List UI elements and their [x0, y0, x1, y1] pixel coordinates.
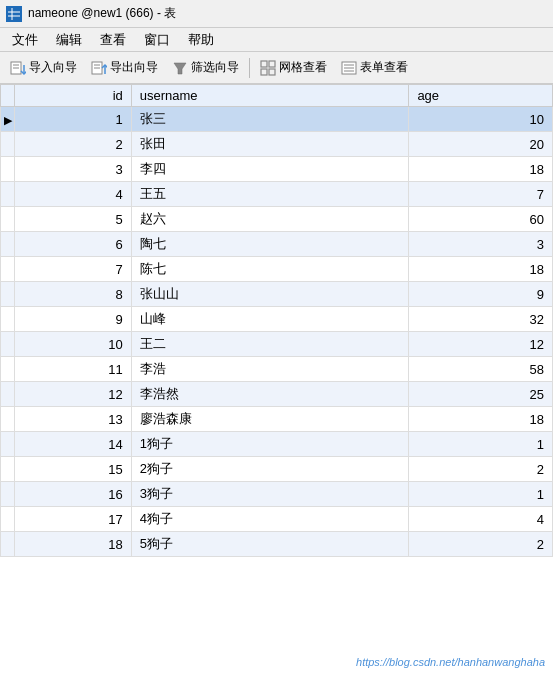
- export-icon: [91, 60, 107, 76]
- cell-id: 11: [15, 357, 132, 382]
- row-indicator-cell: [1, 257, 15, 282]
- grid-view-button[interactable]: 网格查看: [254, 56, 333, 79]
- cell-id: 18: [15, 532, 132, 557]
- cell-age: 10: [409, 107, 553, 132]
- cell-id: 16: [15, 482, 132, 507]
- cell-username: 3狗子: [131, 482, 409, 507]
- cell-username: 2狗子: [131, 457, 409, 482]
- cell-age: 2: [409, 532, 553, 557]
- table-row[interactable]: 174狗子4: [1, 507, 553, 532]
- svg-rect-16: [269, 69, 275, 75]
- row-indicator-cell: [1, 182, 15, 207]
- cell-username: 张三: [131, 107, 409, 132]
- cell-age: 25: [409, 382, 553, 407]
- cell-id: 13: [15, 407, 132, 432]
- table-header-row: id username age: [1, 85, 553, 107]
- cell-id: 2: [15, 132, 132, 157]
- row-indicator-cell: [1, 332, 15, 357]
- cell-id: 17: [15, 507, 132, 532]
- menu-help[interactable]: 帮助: [180, 29, 222, 51]
- menu-view[interactable]: 查看: [92, 29, 134, 51]
- table-row[interactable]: 5赵六60: [1, 207, 553, 232]
- col-header-id[interactable]: id: [15, 85, 132, 107]
- cell-id: 15: [15, 457, 132, 482]
- row-indicator-cell: [1, 507, 15, 532]
- table-row[interactable]: 13廖浩森康18: [1, 407, 553, 432]
- menu-window[interactable]: 窗口: [136, 29, 178, 51]
- row-indicator-cell: [1, 282, 15, 307]
- import-wizard-label: 导入向导: [29, 59, 77, 76]
- table-row[interactable]: 141狗子1: [1, 432, 553, 457]
- row-indicator-cell: [1, 482, 15, 507]
- table-row[interactable]: 163狗子1: [1, 482, 553, 507]
- table-row[interactable]: 11李浩58: [1, 357, 553, 382]
- row-indicator-cell: [1, 232, 15, 257]
- export-wizard-label: 导出向导: [110, 59, 158, 76]
- table-row[interactable]: 6陶七3: [1, 232, 553, 257]
- cell-id: 10: [15, 332, 132, 357]
- cell-age: 1: [409, 482, 553, 507]
- cell-age: 2: [409, 457, 553, 482]
- menu-bar: 文件 编辑 查看 窗口 帮助: [0, 28, 553, 52]
- cell-username: 陈七: [131, 257, 409, 282]
- col-header-age[interactable]: age: [409, 85, 553, 107]
- form-view-label: 表单查看: [360, 59, 408, 76]
- table-row[interactable]: 3李四18: [1, 157, 553, 182]
- cell-id: 5: [15, 207, 132, 232]
- cell-id: 1: [15, 107, 132, 132]
- menu-edit[interactable]: 编辑: [48, 29, 90, 51]
- table-row[interactable]: 2张田20: [1, 132, 553, 157]
- svg-rect-14: [269, 61, 275, 67]
- cell-username: 张山山: [131, 282, 409, 307]
- cell-username: 廖浩森康: [131, 407, 409, 432]
- row-indicator-cell: ▶: [1, 107, 15, 132]
- table-row[interactable]: 12李浩然25: [1, 382, 553, 407]
- cell-age: 20: [409, 132, 553, 157]
- table-row[interactable]: 10王二12: [1, 332, 553, 357]
- menu-file[interactable]: 文件: [4, 29, 46, 51]
- filter-icon: [172, 60, 188, 76]
- table-row[interactable]: 8张山山9: [1, 282, 553, 307]
- app-icon: [6, 6, 22, 22]
- import-wizard-button[interactable]: 导入向导: [4, 56, 83, 79]
- svg-rect-15: [261, 69, 267, 75]
- form-icon: [341, 60, 357, 76]
- form-view-button[interactable]: 表单查看: [335, 56, 414, 79]
- row-indicator-cell: [1, 407, 15, 432]
- table-row[interactable]: 9山峰32: [1, 307, 553, 332]
- export-wizard-button[interactable]: 导出向导: [85, 56, 164, 79]
- grid-view-label: 网格查看: [279, 59, 327, 76]
- cell-age: 3: [409, 232, 553, 257]
- svg-rect-0: [8, 8, 20, 20]
- cell-username: 张田: [131, 132, 409, 157]
- table-area: id username age ▶1张三102张田203李四184王五75赵六6…: [0, 84, 553, 676]
- row-indicator-cell: [1, 157, 15, 182]
- col-header-username[interactable]: username: [131, 85, 409, 107]
- row-indicator-cell: [1, 432, 15, 457]
- cell-id: 4: [15, 182, 132, 207]
- cell-age: 18: [409, 407, 553, 432]
- table-row[interactable]: 4王五7: [1, 182, 553, 207]
- cell-username: 李浩然: [131, 382, 409, 407]
- filter-wizard-button[interactable]: 筛选向导: [166, 56, 245, 79]
- cell-id: 9: [15, 307, 132, 332]
- cell-age: 18: [409, 157, 553, 182]
- title-bar: nameone @new1 (666) - 表: [0, 0, 553, 28]
- cell-id: 7: [15, 257, 132, 282]
- table-row[interactable]: ▶1张三10: [1, 107, 553, 132]
- cell-age: 32: [409, 307, 553, 332]
- table-row[interactable]: 7陈七18: [1, 257, 553, 282]
- toolbar-separator-1: [249, 58, 250, 78]
- cell-username: 陶七: [131, 232, 409, 257]
- row-indicator-cell: [1, 382, 15, 407]
- svg-marker-12: [174, 63, 186, 74]
- cell-username: 山峰: [131, 307, 409, 332]
- table-row[interactable]: 185狗子2: [1, 532, 553, 557]
- row-arrow-icon: ▶: [4, 114, 12, 126]
- cell-username: 王五: [131, 182, 409, 207]
- cell-username: 李浩: [131, 357, 409, 382]
- watermark: https://blog.csdn.net/hanhanwanghaha: [356, 656, 545, 668]
- table-row[interactable]: 152狗子2: [1, 457, 553, 482]
- data-table: id username age ▶1张三102张田203李四184王五75赵六6…: [0, 84, 553, 557]
- cell-id: 6: [15, 232, 132, 257]
